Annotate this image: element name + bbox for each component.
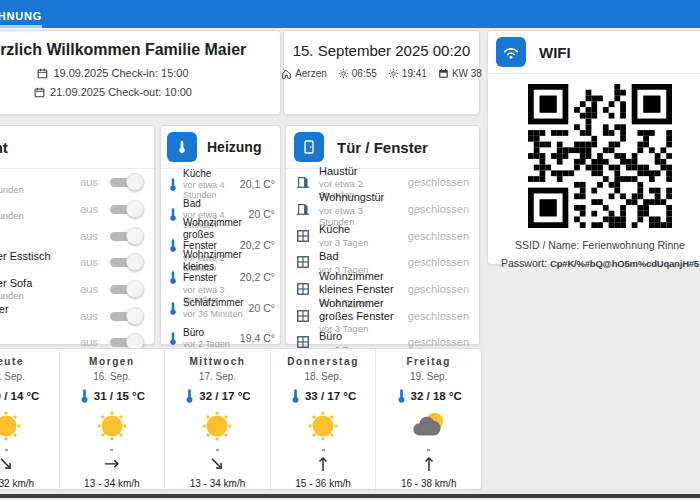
sunrise-icon — [338, 68, 349, 79]
licht-row-sofa[interactable]: Wohnzimmer Sofavor etwa 4 Stunden aus — [0, 276, 154, 303]
active-tab-indicator — [0, 25, 42, 28]
entity-state: geschlossen — [408, 256, 469, 268]
wind-speed: 16 - 38 km/h — [401, 478, 457, 489]
entity-state: geschlossen — [408, 176, 469, 188]
calendar-week-text: KW 38 — [452, 68, 482, 79]
toggle-switch[interactable] — [106, 226, 144, 246]
heizung-row-wz-kleines-fenster[interactable]: Wohnzimmer kleines Fenstervor etwa 3 Stu… — [161, 261, 280, 293]
weather-condition-icon — [408, 405, 450, 446]
entity-label: Küche — [319, 223, 399, 236]
licht-row-bad[interactable]: Badvor etwa 3 Stunden aus — [0, 196, 154, 223]
wifi-card: WIFI SSID / Name: Ferienwohnung Rinne Pa… — [487, 30, 700, 265]
weather-day-name: Freitag — [406, 356, 451, 367]
entity-state: geschlossen — [408, 230, 469, 242]
weather-day-date: 19. Sep. — [410, 371, 447, 382]
wifi-ssid: SSID / Name: Ferienwohnung Rinne — [488, 239, 700, 251]
entity-time: vor etwa 3 Stunden — [0, 210, 72, 221]
window-bottom-edge — [0, 494, 700, 498]
entity-state: aus — [80, 203, 98, 215]
door-window-icon — [296, 309, 310, 323]
licht-row-flur[interactable]: Flurvor 3 Tagen aus — [0, 222, 154, 249]
wind-direction-arrow — [102, 456, 122, 472]
entity-time: vor 3 Tagen — [319, 237, 399, 248]
current-date-time: 15. September 2025 00:20 — [284, 42, 479, 59]
toggle-switch[interactable] — [106, 199, 144, 219]
entity-state: aus — [80, 310, 98, 322]
house-icon — [281, 68, 292, 79]
top-bar: FERIENWOHNUNG — [0, 0, 700, 28]
weather-temp-value: 32 / 17 °C — [199, 390, 250, 402]
toggle-switch[interactable] — [106, 279, 144, 299]
temperature-value: 20,2 C° — [240, 239, 275, 251]
wifi-card-title: WIFI — [539, 44, 571, 61]
licht-rows: Küchevor etwa 3 Stunden aus Badvor etwa … — [0, 169, 154, 356]
weather-day-heute: Heute 15. Sep. 29 / 14 °C 13 - 32 km/h — [0, 349, 59, 489]
precipitation-dot — [427, 449, 430, 451]
tuer-card-title: Tür / Fenster — [337, 139, 428, 156]
thermometer-icon — [168, 207, 178, 222]
door-icon — [294, 132, 324, 162]
weather-day-date: 17. Sep. — [199, 371, 236, 382]
entity-label: Flur — [0, 223, 72, 236]
entity-state: aus — [80, 176, 98, 188]
entity-label: Wohnzimmer großes Fenster — [319, 297, 399, 322]
weather-temp-value: 31 / 15 °C — [94, 390, 145, 402]
entity-label: Büro — [183, 327, 235, 339]
heizung-row-schlafzimmer[interactable]: Schlafzimmervor 36 Minuten 20 C° — [161, 293, 280, 323]
thermometer-icon — [184, 388, 195, 404]
entity-state: aus — [80, 336, 98, 348]
toggle-switch[interactable] — [106, 172, 144, 192]
tuer-row-wohnungstuer[interactable]: Wohnungstürvor etwa 3 Stunden geschlosse… — [286, 196, 479, 223]
wifi-password-label: Passwort: — [501, 257, 547, 269]
date-card: 15. September 2025 00:20 Aerzen 06:55 19… — [283, 30, 480, 115]
licht-row-kueche[interactable]: Küchevor etwa 3 Stunden aus — [0, 169, 154, 196]
location-item: Aerzen — [281, 68, 327, 79]
welcome-card: Herzlich Willkommen Familie Maier 19.09.… — [0, 30, 281, 115]
heizung-card-title: Heizung — [207, 139, 261, 155]
sunset-text: 19:41 — [402, 68, 427, 79]
entity-state: geschlossen — [408, 336, 469, 348]
location-text: Aerzen — [295, 68, 327, 79]
weather-temp: 33 / 17 °C — [290, 388, 356, 404]
entity-time: vor etwa 3 Stunden — [0, 184, 72, 195]
thermometer-icon — [168, 177, 178, 192]
tuer-row-wz-grosses-fenster[interactable]: Wohnzimmer großes Fenstervor 3 Tagen ges… — [286, 302, 479, 329]
calendar-week-item: KW 38 — [438, 68, 482, 79]
thermometer-icon — [79, 388, 90, 404]
weather-day-date: 15. Sep. — [0, 371, 25, 382]
weather-forecast-card: Heute 15. Sep. 29 / 14 °C 13 - 32 km/h M… — [0, 348, 482, 490]
toggle-switch[interactable] — [106, 252, 144, 272]
toggle-switch[interactable] — [106, 306, 144, 326]
wifi-qr-code — [528, 84, 672, 228]
weather-day-name: Heute — [0, 356, 24, 367]
heizung-card: Heizung Küchevor etwa 4 Stunden 20,1 C° … — [160, 125, 281, 345]
thermometer-icon — [168, 331, 178, 346]
tab-ferienwohnung[interactable]: FERIENWOHNUNG — [0, 0, 42, 28]
wind-speed: 13 - 34 km/h — [84, 478, 140, 489]
wifi-icon — [496, 37, 526, 67]
door-window-icon — [296, 202, 310, 216]
tuer-card-header: Tür / Fenster — [286, 126, 479, 169]
licht-card: Licht Küchevor etwa 3 Stunden aus Badvor… — [0, 125, 155, 345]
licht-row-esstisch[interactable]: Wohnzimmer Esstischvor 1 Tag aus — [0, 249, 154, 276]
entity-time: vor 3 Tagen — [0, 237, 72, 248]
weather-temp-value: 29 / 14 °C — [0, 390, 39, 402]
heizung-row-kueche[interactable]: Küchevor etwa 4 Stunden 20,1 C° — [161, 169, 280, 199]
weather-condition-icon — [0, 405, 25, 446]
calendar-icon — [34, 87, 45, 98]
weather-day-name: Donnerstag — [287, 356, 359, 367]
licht-row-schlafzimmer[interactable]: Schlafzimmervor 1 Tag aus — [0, 302, 154, 329]
entity-label: Wohnzimmer kleines Fenster — [183, 249, 235, 284]
weather-temp: 32 / 18 °C — [396, 388, 462, 404]
checkin-line: 19.09.2025 Check-in: 15:00 — [0, 67, 280, 79]
weather-temp-value: 32 / 18 °C — [411, 390, 462, 402]
entity-label: Wohnzimmer kleines Fenster — [319, 270, 399, 295]
entity-label: Wohnungstür — [319, 191, 399, 204]
temperature-value: 20 C° — [249, 302, 275, 314]
entity-state: geschlossen — [408, 283, 469, 295]
tuer-rows: Haustürvor etwa 2 Stunden geschlossen Wo… — [286, 169, 479, 356]
entity-label: Büro — [0, 330, 72, 343]
weather-day-donnerstag: Donnerstag 18. Sep. 33 / 17 °C 15 - 36 k… — [270, 349, 376, 489]
tuer-row-kueche[interactable]: Küchevor 3 Tagen geschlossen — [286, 222, 479, 249]
temperature-value: 20,1 C° — [240, 178, 275, 190]
